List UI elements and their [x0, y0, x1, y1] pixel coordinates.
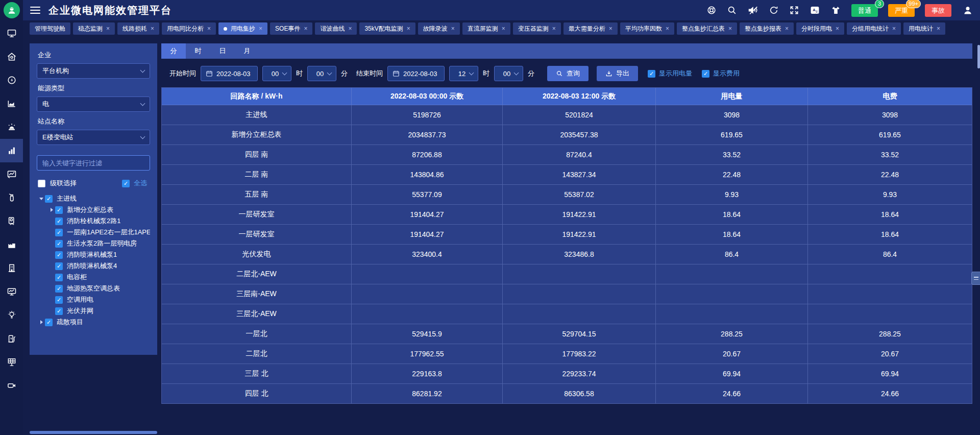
- tab-分组用电统计[interactable]: 分组用电统计×: [847, 22, 901, 35]
- tab-整点集抄汇总表[interactable]: 整点集抄汇总表×: [677, 22, 737, 35]
- tree-node[interactable]: 消防栓机械泵2路1: [37, 215, 150, 227]
- collapse-arrow-icon[interactable]: [48, 208, 55, 212]
- tab-close-icon[interactable]: ×: [609, 26, 612, 32]
- tab-close-icon[interactable]: ×: [937, 26, 940, 32]
- energy-type-select[interactable]: 电: [37, 96, 150, 112]
- scroll-handle[interactable]: [971, 272, 980, 285]
- select-all-label[interactable]: 全选: [134, 179, 147, 188]
- tree-node-checkbox[interactable]: [55, 229, 63, 236]
- sidebar-item-billing[interactable]: [0, 209, 23, 233]
- app-logo[interactable]: [4, 2, 20, 18]
- start-date-picker[interactable]: 2022-08-03: [201, 66, 258, 81]
- tree-node-checkbox[interactable]: [55, 296, 63, 304]
- sidebar-item-area-chart[interactable]: [0, 92, 23, 115]
- translate-icon[interactable]: A文: [810, 5, 820, 15]
- tree-node-checkbox[interactable]: [55, 218, 63, 225]
- alarm-chip-accident[interactable]: 事故: [925, 4, 951, 17]
- collapse-arrow-icon[interactable]: [38, 320, 45, 324]
- period-tab-分[interactable]: 分: [161, 43, 186, 59]
- tree-node-checkbox[interactable]: [55, 240, 63, 248]
- company-select[interactable]: 平台机构: [37, 63, 150, 79]
- tab-close-icon[interactable]: ×: [304, 26, 307, 32]
- alarm-chip-normal[interactable]: 普通3: [851, 4, 878, 17]
- tree-node[interactable]: 光伏并网: [37, 305, 150, 317]
- export-button[interactable]: 导出: [597, 66, 638, 81]
- tab-用电集抄[interactable]: 用电集抄×: [218, 22, 267, 35]
- user-avatar-icon[interactable]: [963, 5, 973, 15]
- tree-node-checkbox[interactable]: [55, 262, 63, 270]
- period-tab-月[interactable]: 月: [235, 43, 259, 59]
- end-minute-select[interactable]: 00: [494, 66, 523, 81]
- theme-icon[interactable]: [830, 5, 841, 15]
- sidebar-item-monitor[interactable]: [0, 21, 23, 45]
- sidebar-item-home[interactable]: [0, 45, 23, 68]
- tab-close-icon[interactable]: ×: [728, 26, 732, 32]
- sidebar-item-alarm[interactable]: [0, 115, 23, 139]
- tree-node-checkbox[interactable]: [55, 274, 63, 281]
- cascade-checkbox[interactable]: [38, 180, 45, 187]
- period-tab-时[interactable]: 时: [186, 43, 210, 59]
- site-name-select[interactable]: E楼变电站: [37, 130, 150, 145]
- show-energy-option[interactable]: 显示用电量: [648, 69, 692, 78]
- tab-35kV配电监测[interactable]: 35kV配电监测×: [359, 22, 415, 35]
- tab-close-icon[interactable]: ×: [552, 26, 556, 32]
- expand-arrow-icon[interactable]: [38, 198, 45, 200]
- tab-最大需量分析[interactable]: 最大需量分析×: [564, 22, 618, 35]
- service-icon[interactable]: [706, 5, 717, 15]
- tab-close-icon[interactable]: ×: [785, 26, 789, 32]
- refresh-icon[interactable]: [769, 5, 779, 15]
- tab-close-icon[interactable]: ×: [259, 26, 262, 32]
- sidebar-item-trend-chart[interactable]: [0, 162, 23, 186]
- tab-变压器监测[interactable]: 变压器监测×: [513, 22, 561, 35]
- tab-用电统计[interactable]: 用电统计×: [903, 22, 945, 35]
- show-cost-option[interactable]: 显示费用: [702, 69, 740, 78]
- tree-node[interactable]: 生活水泵2路一层弱电房: [37, 238, 150, 249]
- tab-平均功率因数[interactable]: 平均功率因数×: [620, 22, 674, 35]
- query-button[interactable]: 查询: [547, 66, 589, 81]
- tab-故障录波[interactable]: 故障录波×: [418, 22, 460, 35]
- tree-node[interactable]: 电容柜: [37, 272, 150, 283]
- sidebar-item-bar-chart[interactable]: [0, 139, 23, 162]
- period-tab-日[interactable]: 日: [210, 43, 235, 59]
- tab-close-icon[interactable]: ×: [451, 26, 455, 32]
- sidebar-item-extinguisher[interactable]: [0, 186, 23, 209]
- tab-分时段用电[interactable]: 分时段用电×: [796, 22, 844, 35]
- tab-close-icon[interactable]: ×: [666, 26, 669, 32]
- sidebar-item-camera[interactable]: [0, 374, 23, 397]
- tree-node-checkbox[interactable]: [55, 307, 63, 315]
- tree-node[interactable]: 地源热泵空调总表: [37, 283, 150, 294]
- tab-close-icon[interactable]: ×: [106, 26, 110, 32]
- tab-谐波曲线[interactable]: 谐波曲线×: [315, 22, 357, 35]
- menu-toggle-icon[interactable]: [30, 7, 40, 14]
- tree-node-checkbox[interactable]: [55, 285, 63, 293]
- sidebar-item-charger[interactable]: [0, 327, 23, 350]
- tab-close-icon[interactable]: ×: [502, 26, 505, 32]
- tree-node[interactable]: 主进线: [37, 193, 150, 204]
- sidebar-item-power[interactable]: [0, 68, 23, 92]
- select-all-checkbox[interactable]: [122, 180, 130, 187]
- tab-整点集抄报表[interactable]: 整点集抄报表×: [740, 22, 794, 35]
- tab-close-icon[interactable]: ×: [151, 26, 154, 32]
- tab-用电同比分析[interactable]: 用电同比分析×: [162, 22, 216, 35]
- sidebar-item-solar[interactable]: [0, 350, 23, 374]
- sidebar-item-bulb[interactable]: [0, 303, 23, 327]
- tab-close-icon[interactable]: ×: [348, 26, 352, 32]
- tree-node[interactable]: 消防喷淋机械泵4: [37, 260, 150, 272]
- tab-close-icon[interactable]: ×: [207, 26, 211, 32]
- tab-直流屏监测[interactable]: 直流屏监测×: [462, 22, 510, 35]
- tree-node[interactable]: 消防喷淋机械泵1: [37, 249, 150, 260]
- tree-node[interactable]: 疏散项目: [37, 317, 150, 328]
- tree-node-checkbox[interactable]: [45, 319, 53, 326]
- tab-close-icon[interactable]: ×: [407, 26, 410, 32]
- show-energy-checkbox[interactable]: [648, 70, 655, 78]
- end-hour-select[interactable]: 12: [449, 66, 478, 81]
- sidebar-item-screen-chart[interactable]: [0, 280, 23, 303]
- tree-node-checkbox[interactable]: [55, 206, 63, 214]
- sidebar-item-building[interactable]: [0, 256, 23, 280]
- tree-node[interactable]: 一层南1APE2右一层北1APE1左: [37, 227, 150, 238]
- tab-SOE事件[interactable]: SOE事件×: [270, 22, 312, 35]
- tab-close-icon[interactable]: ×: [836, 26, 839, 32]
- alarm-chip-severe[interactable]: 严重99+: [888, 4, 915, 17]
- tree-node-checkbox[interactable]: [55, 251, 63, 259]
- tree-node[interactable]: 空调用电: [37, 294, 150, 305]
